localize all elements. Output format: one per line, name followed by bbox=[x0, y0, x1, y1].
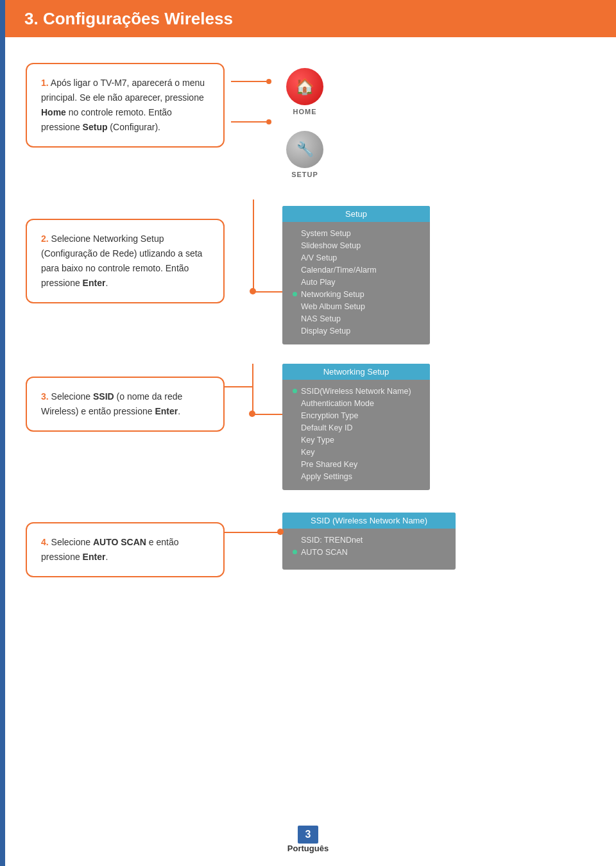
net-item-ssid: SSID(Wireless Network Name) bbox=[293, 385, 420, 397]
menu-item-networking: Networking Setup bbox=[293, 288, 420, 300]
step2-number: 2. bbox=[41, 233, 49, 244]
net-label-encrypt: Encryption Type bbox=[301, 411, 358, 420]
step3-text: Selecione SSID (o nome da rede Wireless)… bbox=[41, 391, 182, 416]
menu-item-webalbum: Web Album Setup bbox=[293, 300, 420, 312]
setup-label: SETUP bbox=[291, 171, 318, 178]
net-item-keytype: Key Type bbox=[293, 434, 420, 446]
page-header: 3. Configurações Wireless bbox=[0, 0, 616, 37]
ssid-menu-title: SSID (Wireless Network Name) bbox=[282, 513, 456, 529]
active-dot-networking bbox=[293, 292, 297, 296]
step1-number: 1. bbox=[41, 78, 49, 88]
step4-box: 4. Selecione AUTO SCAN e então pressione… bbox=[26, 522, 225, 577]
setup-screen: Setup System Setup Slideshow Setup A/V S… bbox=[282, 206, 430, 344]
menu-label-calendar: Calendar/Time/Alarm bbox=[301, 266, 377, 275]
setup-menu-body: System Setup Slideshow Setup A/V Setup C… bbox=[282, 222, 430, 344]
setup-menu-panel: Setup System Setup Slideshow Setup A/V S… bbox=[282, 206, 430, 344]
net-label-apply: Apply Settings bbox=[301, 472, 352, 481]
menu-label-nas: NAS Setup bbox=[301, 314, 341, 323]
setup-icon: 🔧 bbox=[296, 141, 314, 158]
step3-box: 3. Selecione SSID (o nome da rede Wirele… bbox=[26, 377, 225, 432]
net-item-defaultkey: Default Key ID bbox=[293, 421, 420, 434]
step2-row: 2. Selecione Networking Setup (Configura… bbox=[26, 200, 597, 344]
menu-label-autoplay: Auto Play bbox=[301, 278, 336, 287]
step1-row: 1. Após ligar o TV-M7, aparecerá o menu … bbox=[26, 63, 597, 180]
menu-label-slideshow-setup: Slideshow Setup bbox=[301, 241, 361, 250]
step4-number: 4. bbox=[41, 537, 49, 547]
net-label-preshared: Pre Shared Key bbox=[301, 460, 357, 469]
home-button-circle: 🏠 bbox=[286, 68, 323, 105]
menu-label-display: Display Setup bbox=[301, 327, 350, 335]
menu-label-av-setup: A/V Setup bbox=[301, 253, 337, 262]
ssid-label-trendnet: SSID: TRENDnet bbox=[301, 536, 363, 545]
networking-screen: Networking Setup SSID(Wireless Network N… bbox=[282, 364, 430, 490]
net-item-key: Key bbox=[293, 446, 420, 458]
net-item-preshared: Pre Shared Key bbox=[293, 458, 420, 470]
step1-text: Após ligar o TV-M7, aparecerá o menu pri… bbox=[41, 78, 205, 132]
step4-connector bbox=[225, 509, 282, 561]
footer-language: Português bbox=[287, 844, 329, 853]
step4-row: 4. Selecione AUTO SCAN e então pressione… bbox=[26, 509, 597, 577]
ssid-label-autoscan: AUTO SCAN bbox=[301, 548, 348, 557]
net-label-auth: Authentication Mode bbox=[301, 399, 374, 408]
menu-item-nas: NAS Setup bbox=[293, 312, 420, 325]
page-title: 3. Configurações Wireless bbox=[24, 9, 233, 29]
menu-item-calendar: Calendar/Time/Alarm bbox=[293, 264, 420, 276]
menu-item-display: Display Setup bbox=[293, 325, 420, 337]
ssid-screen: SSID (Wireless Network Name) SSID: TREND… bbox=[282, 513, 456, 570]
menu-item-slideshow-setup: Slideshow Setup bbox=[293, 239, 420, 251]
networking-menu-panel: Networking Setup SSID(Wireless Network N… bbox=[282, 364, 430, 490]
ssid-menu-body: SSID: TRENDnet AUTO SCAN bbox=[282, 529, 456, 570]
step2-box: 2. Selecione Networking Setup (Configura… bbox=[26, 219, 225, 303]
ssid-item-autoscan: AUTO SCAN bbox=[293, 546, 445, 558]
net-item-encrypt: Encryption Type bbox=[293, 409, 420, 421]
menu-label-webalbum: Web Album Setup bbox=[301, 302, 365, 311]
step1-box: 1. Após ligar o TV-M7, aparecerá o menu … bbox=[26, 63, 225, 148]
home-label: HOME bbox=[293, 108, 317, 115]
networking-menu-title: Networking Setup bbox=[282, 364, 430, 380]
net-label-key: Key bbox=[301, 448, 315, 457]
net-label-defaultkey: Default Key ID bbox=[301, 423, 353, 432]
step3-number: 3. bbox=[41, 391, 49, 402]
active-dot-ssid bbox=[293, 389, 297, 393]
net-label-ssid: SSID(Wireless Network Name) bbox=[301, 387, 411, 396]
active-dot-autoscan bbox=[293, 550, 297, 554]
menu-label-system-setup: System Setup bbox=[301, 229, 351, 238]
net-item-apply: Apply Settings bbox=[293, 470, 420, 482]
setup-button-circle: 🔧 bbox=[286, 131, 323, 168]
menu-label-networking: Networking Setup bbox=[301, 290, 364, 299]
ssid-item-trendnet: SSID: TRENDnet bbox=[293, 534, 445, 546]
step4-text: Selecione AUTO SCAN e então pressione En… bbox=[41, 537, 179, 562]
step3-connector bbox=[225, 364, 282, 466]
left-bar bbox=[0, 0, 5, 866]
step2-text: Selecione Networking Setup (Configuração… bbox=[41, 233, 202, 288]
home-button-image: 🏠 HOME bbox=[276, 66, 334, 117]
menu-item-system-setup: System Setup bbox=[293, 227, 420, 239]
net-label-keytype: Key Type bbox=[301, 436, 334, 445]
menu-item-autoplay: Auto Play bbox=[293, 276, 420, 288]
ssid-menu-panel: SSID (Wireless Network Name) SSID: TREND… bbox=[282, 513, 456, 570]
setup-menu-title: Setup bbox=[282, 206, 430, 222]
buttons-area: 🏠 HOME 🔧 SETUP bbox=[276, 66, 334, 180]
setup-button-image: 🔧 SETUP bbox=[276, 129, 334, 180]
step3-row: 3. Selecione SSID (o nome da rede Wirele… bbox=[26, 364, 597, 490]
step1-connector bbox=[231, 79, 270, 124]
net-item-auth: Authentication Mode bbox=[293, 397, 420, 409]
footer-page-number: 3 bbox=[298, 826, 318, 844]
menu-item-av-setup: A/V Setup bbox=[293, 251, 420, 264]
networking-menu-body: SSID(Wireless Network Name) Authenticati… bbox=[282, 380, 430, 490]
home-icon: 🏠 bbox=[295, 78, 314, 96]
footer: 3 Português bbox=[0, 816, 616, 866]
